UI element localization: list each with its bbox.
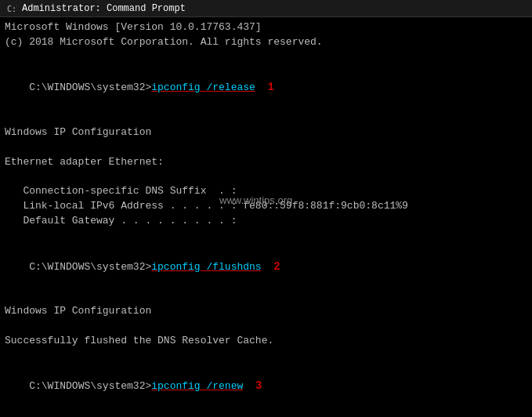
line-gw1: Default Gateway . . . . . . . . . : <box>5 214 527 229</box>
prompt-2: C:\WINDOWS\system32> <box>29 261 151 273</box>
line-winip2: Windows IP Configuration <box>5 304 527 319</box>
window-title: Administrator: Command Prompt <box>22 3 186 14</box>
line-blank8 <box>5 349 527 364</box>
watermark: www.wintips.org <box>219 194 292 206</box>
line-cmd2: C:\WINDOWS\system32>ipconfig /flushdns 2 <box>5 244 527 290</box>
cmd-icon: C:\ <box>6 3 17 14</box>
line-cmd3: C:\WINDOWS\system32>ipconfig /renew 3 <box>5 363 527 409</box>
line-blank2 <box>5 111 527 125</box>
cmd2-text: ipconfig /flushdns <box>151 261 261 273</box>
step3: 3 <box>255 379 262 392</box>
line-blank3 <box>5 140 527 155</box>
prompt-1: C:\WINDOWS\system32> <box>29 82 151 93</box>
line-blank6 <box>5 289 527 304</box>
svg-text:C:\: C:\ <box>7 5 17 13</box>
terminal-body: Microsoft Windows [Version 10.0.17763.43… <box>0 17 532 417</box>
line-eth1: Ethernet adapter Ethernet: <box>5 155 527 170</box>
title-bar: C:\ Administrator: Command Prompt <box>0 0 532 17</box>
line-blank9 <box>5 409 527 417</box>
line-blank7 <box>5 319 527 334</box>
step2: 2 <box>273 260 280 273</box>
prompt-3: C:\WINDOWS\system32> <box>29 380 151 392</box>
step1: 1 <box>267 81 273 93</box>
line-version: Microsoft Windows [Version 10.0.17763.43… <box>5 20 527 35</box>
line-blank5 <box>5 229 527 244</box>
line-copyright: (c) 2018 Microsoft Corporation. All righ… <box>5 35 527 50</box>
line-winip1: Windows IP Configuration <box>5 125 527 140</box>
line-blank4 <box>5 169 527 184</box>
line-flushed: Successfully flushed the DNS Resolver Ca… <box>5 334 527 349</box>
line-blank1 <box>5 50 527 65</box>
line-cmd1: C:\WINDOWS\system32>ipconfig /release 1 <box>5 65 527 111</box>
cmd1-text: ipconfig /release <box>151 82 255 93</box>
cmd3-text: ipconfig /renew <box>151 380 243 392</box>
